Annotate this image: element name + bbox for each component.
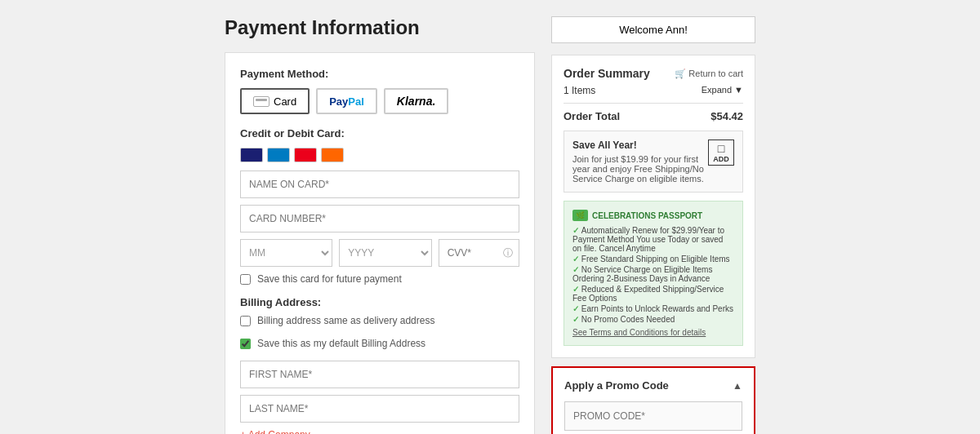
save-card-label: Save this card for future payment xyxy=(257,273,402,285)
default-billing-checkbox[interactable] xyxy=(240,339,251,349)
summary-header: Order Summary 🛒 Return to cart xyxy=(564,67,743,80)
month-select[interactable]: MM xyxy=(240,239,332,267)
expiry-cvv-row: MM YYYY ⓘ xyxy=(240,239,519,267)
card-label: Card xyxy=(274,95,296,108)
payment-method-label: Payment Method: xyxy=(240,68,519,80)
passport-feature-1: Automatically Renew for $29.99/Year to P… xyxy=(572,226,734,253)
total-label: Order Total xyxy=(564,110,620,122)
passport-feature-5: Earn Points to Unlock Rewards and Perks xyxy=(572,304,734,313)
same-address-label: Billing address same as delivery address xyxy=(257,315,434,326)
save-card-row: Save this card for future payment xyxy=(240,273,519,285)
year-select[interactable]: YYYY xyxy=(339,239,431,267)
default-billing-label: Save this as my default Billing Address xyxy=(257,338,425,349)
items-count: 1 Items xyxy=(564,85,595,96)
card-type-label: Credit or Debit Card: xyxy=(240,127,519,140)
billing-section: Billing Address: Billing address same as… xyxy=(240,296,519,349)
order-summary-panel: Order Summary 🛒 Return to cart 1 Items E… xyxy=(551,55,755,358)
paypal-logo: PayPal xyxy=(329,95,364,108)
last-name-input[interactable] xyxy=(240,395,519,423)
save-title: Save All Year! xyxy=(572,140,708,151)
first-name-input[interactable] xyxy=(240,361,519,388)
passport-feature-2: Free Standard Shipping on Eligible Items xyxy=(572,255,734,264)
card-brands xyxy=(240,148,519,162)
billing-label: Billing Address: xyxy=(240,296,519,308)
save-box-header: Save All Year! Join for just $19.99 for … xyxy=(572,140,734,184)
same-address-checkbox[interactable] xyxy=(240,316,251,326)
page-title: Payment Information xyxy=(225,16,535,39)
payment-panel: Payment Method: Card PayPal Klarna. Cred… xyxy=(225,52,535,434)
promo-chevron-icon[interactable]: ▲ xyxy=(733,380,742,392)
passport-features: Automatically Renew for $29.99/Year to P… xyxy=(572,226,734,324)
terms-link[interactable]: See Terms and Conditions for details xyxy=(572,328,734,337)
discover-icon xyxy=(321,148,344,162)
cart-icon: 🛒 xyxy=(675,69,686,79)
total-value: $54.42 xyxy=(710,110,743,122)
save-box: Save All Year! Join for just $19.99 for … xyxy=(564,131,743,193)
payment-methods: Card PayPal Klarna. xyxy=(240,88,519,114)
welcome-button[interactable]: Welcome Ann! xyxy=(551,16,755,43)
add-company-link[interactable]: Add Company xyxy=(240,429,519,434)
add-label: ADD xyxy=(713,155,729,163)
cvv-wrap: ⓘ xyxy=(439,239,519,267)
passport-label: CELEBRATIONS PASSPORT xyxy=(592,211,702,220)
klarna-payment-button[interactable]: Klarna. xyxy=(384,88,448,114)
save-box-content: Save All Year! Join for just $19.99 for … xyxy=(572,140,708,184)
expand-link[interactable]: Expand ▼ xyxy=(702,85,743,96)
add-button[interactable]: □ ADD xyxy=(708,140,734,166)
passport-logo: 🌿 xyxy=(572,210,588,221)
items-row: 1 Items Expand ▼ xyxy=(564,85,743,96)
card-number-input[interactable] xyxy=(240,205,519,232)
visa-icon xyxy=(240,148,263,162)
default-billing-row: Save this as my default Billing Address xyxy=(240,338,519,349)
promo-title: Apply a Promo Code xyxy=(564,379,669,392)
paypal-payment-button[interactable]: PayPal xyxy=(316,88,377,114)
promo-code-input[interactable] xyxy=(564,401,742,431)
return-to-cart-link[interactable]: 🛒 Return to cart xyxy=(675,69,743,79)
passport-feature-3: No Service Charge on Eligible Items Orde… xyxy=(572,265,734,283)
card-payment-button[interactable]: Card xyxy=(240,88,310,114)
save-description: Join for just $19.99 for your first year… xyxy=(572,154,708,184)
passport-header: 🌿 CELEBRATIONS PASSPORT xyxy=(572,210,734,221)
add-icon: □ xyxy=(718,142,724,155)
promo-header: Apply a Promo Code ▲ xyxy=(564,379,742,392)
same-address-row: Billing address same as delivery address xyxy=(240,315,519,326)
summary-title: Order Summary xyxy=(564,67,650,80)
name-on-card-input[interactable] xyxy=(240,170,519,198)
promo-panel: Apply a Promo Code ▲ APPLY xyxy=(551,366,755,434)
save-card-checkbox[interactable] xyxy=(240,274,251,285)
total-row: Order Total $54.42 xyxy=(564,110,743,122)
passport-feature-4: Reduced & Expedited Shipping/Service Fee… xyxy=(572,285,734,303)
amex-icon xyxy=(267,148,290,162)
passport-feature-6: No Promo Codes Needed xyxy=(572,315,734,324)
card-icon xyxy=(253,96,270,107)
klarna-logo: Klarna. xyxy=(397,95,435,108)
cvv-info-icon[interactable]: ⓘ xyxy=(503,246,513,260)
mastercard-icon xyxy=(294,148,317,162)
passport-box: 🌿 CELEBRATIONS PASSPORT Automatically Re… xyxy=(564,201,743,346)
